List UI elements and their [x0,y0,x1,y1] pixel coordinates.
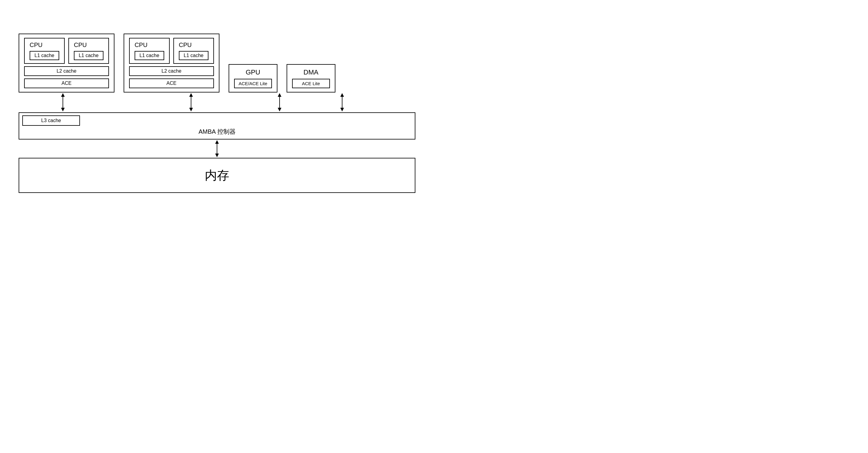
l1-cache-2: L1 cache [74,51,103,60]
gpu-box: GPU ACE/ACE Lite [228,64,277,92]
l1-cache-4: L1 cache [179,51,209,60]
cpu-label-3: CPU [134,41,147,49]
l3-cache: L3 cache [22,115,80,126]
svg-marker-4 [189,108,193,112]
l2-cache-2: L2 cache [129,66,214,76]
svg-marker-8 [278,93,281,97]
l2-cache-1: L2 cache [24,66,109,76]
cpu-box-1: CPU L1 cache [24,38,65,64]
dma-box: DMA ACE Lite [287,64,335,92]
l1-cache-1: L1 cache [30,51,59,60]
ace-2: ACE [129,79,214,88]
cpu-top-row-1: CPU L1 cache CPU L1 cache [24,38,109,64]
svg-marker-14 [215,140,219,144]
l1-cache-3: L1 cache [134,51,164,60]
memory-label: 内存 [205,169,229,182]
dma-label: DMA [292,68,330,76]
svg-marker-7 [278,108,281,112]
svg-marker-2 [61,93,65,97]
cpu-cluster-1: CPU L1 cache CPU L1 cache L2 cache ACE [19,34,115,92]
arrows-row [19,92,415,112]
cpu-top-row-2: CPU L1 cache CPU L1 cache [129,38,214,64]
cpu-label-1: CPU [30,41,42,49]
gpu-label: GPU [234,68,272,76]
svg-marker-1 [61,108,65,112]
svg-marker-13 [215,154,219,157]
cpu-box-4: CPU L1 cache [173,38,214,64]
dma-interface: ACE Lite [292,79,330,88]
cpu-box-3: CPU L1 cache [129,38,170,64]
cpu-cluster-2: CPU L1 cache CPU L1 cache L2 cache ACE [124,34,219,92]
cpu-label-2: CPU [74,41,87,49]
memory-box: 内存 [19,158,415,193]
center-arrow-svg [208,140,226,158]
cpu-box-2: CPU L1 cache [68,38,109,64]
center-arrow [19,140,415,158]
amba-bar: L3 cache AMBA 控制器 [19,112,415,140]
gpu-interface: ACE/ACE Lite [234,79,272,88]
diagram: CPU L1 cache CPU L1 cache L2 cache ACE C… [19,34,415,193]
ace-1: ACE [24,79,109,88]
svg-marker-11 [340,93,344,97]
top-row: CPU L1 cache CPU L1 cache L2 cache ACE C… [19,34,415,92]
svg-marker-10 [340,108,344,112]
cpu-label-4: CPU [179,41,192,49]
svg-marker-5 [189,93,193,97]
amba-label: AMBA 控制器 [198,128,235,136]
arrows-svg [19,92,415,112]
